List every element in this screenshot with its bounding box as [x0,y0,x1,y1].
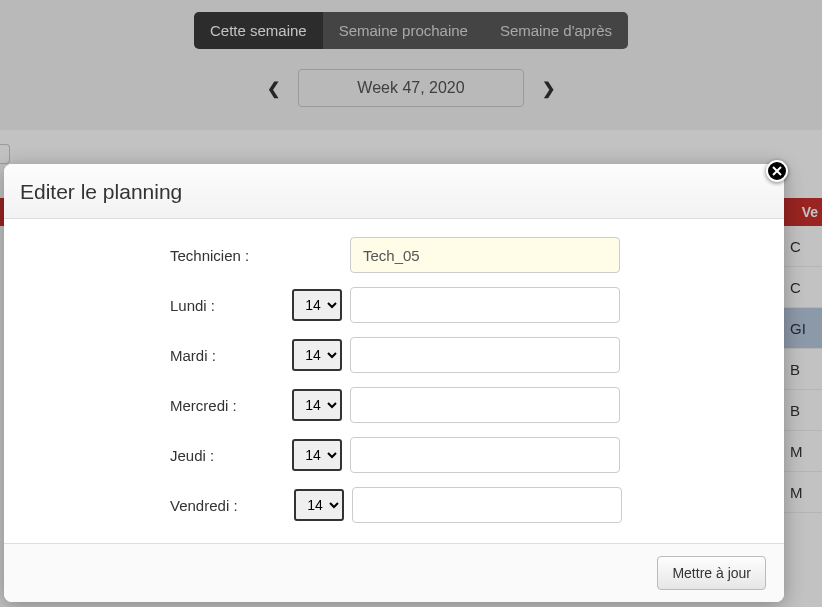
day-select-jeudi[interactable]: 14 [292,439,342,471]
day-text-mercredi[interactable] [350,387,620,423]
close-button[interactable] [766,160,788,182]
day-text-lundi[interactable] [350,287,620,323]
technician-label: Technicien : [170,247,292,264]
day-select-mardi[interactable]: 14 [292,339,342,371]
day-text-mardi[interactable] [350,337,620,373]
day-label: Mercredi : [170,397,292,414]
technician-input[interactable] [350,237,620,273]
technician-row: Technicien : [24,237,764,273]
day-row-lundi: Lundi : 14 [24,287,764,323]
day-row-jeudi: Jeudi : 14 [24,437,764,473]
day-select-mercredi[interactable]: 14 [292,389,342,421]
close-icon [772,166,782,176]
modal-title: Editer le planning [20,180,768,204]
day-text-jeudi[interactable] [350,437,620,473]
day-select-vendredi[interactable]: 14 [294,489,344,521]
modal-body: Technicien : Lundi : 14 Mardi : 14 Mercr… [4,219,784,543]
day-label: Jeudi : [170,447,292,464]
day-text-vendredi[interactable] [352,487,622,523]
day-row-mercredi: Mercredi : 14 [24,387,764,423]
day-row-vendredi: Vendredi : 14 [24,487,764,523]
day-label: Lundi : [170,297,292,314]
edit-planning-modal: Editer le planning Technicien : Lundi : … [4,164,784,602]
day-row-mardi: Mardi : 14 [24,337,764,373]
day-label: Mardi : [170,347,292,364]
submit-button[interactable]: Mettre à jour [657,556,766,590]
modal-footer: Mettre à jour [4,543,784,602]
day-label: Vendredi : [170,497,292,514]
modal-header: Editer le planning [4,164,784,219]
day-select-lundi[interactable]: 14 [292,289,342,321]
